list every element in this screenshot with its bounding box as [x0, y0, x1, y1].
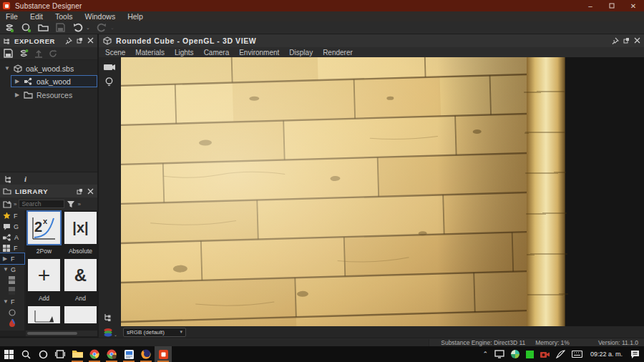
- library-item-absolute[interactable]: |x|: [64, 212, 97, 244]
- expand-left-chevrons[interactable]: »: [14, 201, 16, 207]
- tree-item-package[interactable]: ▼ oak_wood.sbs: [0, 62, 97, 74]
- color-management-icon[interactable]: ⌄: [103, 328, 117, 337]
- category-sub-material[interactable]: [0, 318, 24, 328]
- app-taskbar-icon[interactable]: [120, 346, 137, 362]
- light-bulb-icon[interactable]: [105, 77, 113, 88]
- start-button[interactable]: [0, 346, 17, 362]
- pin-icon[interactable]: [65, 37, 72, 44]
- redo-button[interactable]: [97, 22, 107, 33]
- menu-help[interactable]: Help: [127, 12, 143, 21]
- menu-renderer[interactable]: Renderer: [323, 49, 353, 57]
- close-icon[interactable]: [634, 37, 640, 44]
- expand-right-chevrons[interactable]: »: [77, 201, 80, 207]
- category-comments[interactable]: G: [0, 221, 24, 232]
- chevron-down-icon[interactable]: ▼: [4, 65, 10, 72]
- library-item-and[interactable]: &: [64, 259, 97, 291]
- chrome-taskbar-icon[interactable]: [86, 346, 103, 362]
- close-button[interactable]: ✕: [623, 0, 644, 11]
- category-sub-circle[interactable]: [0, 307, 24, 318]
- tray-keyboard-icon[interactable]: [572, 351, 582, 358]
- undo-dropdown-arrow[interactable]: ⌄: [86, 25, 90, 31]
- tray-green-square-icon[interactable]: [526, 351, 534, 358]
- new-package-button[interactable]: [21, 22, 31, 33]
- category-label: G: [14, 223, 19, 230]
- menu-windows[interactable]: Windows: [85, 12, 116, 21]
- undo-button[interactable]: [72, 22, 83, 33]
- open-folder-button[interactable]: [38, 22, 49, 33]
- add-glyph: +: [38, 263, 51, 288]
- category-sub-thumb2[interactable]: [0, 285, 24, 296]
- color-profile-dropdown[interactable]: sRGB (default) ▾: [123, 328, 186, 337]
- category-filters[interactable]: F: [0, 243, 24, 253]
- category-functions-selected[interactable]: ▶ F: [0, 253, 24, 264]
- chevron-right-icon[interactable]: ▶: [14, 92, 20, 98]
- library-item-add[interactable]: +: [28, 259, 60, 291]
- save-package-icon[interactable]: [4, 49, 13, 58]
- menu-file[interactable]: File: [6, 12, 18, 21]
- library-item-partial[interactable]: [64, 306, 97, 323]
- tray-display-icon[interactable]: [494, 350, 504, 358]
- library-item-2pow[interactable]: 2 x: [28, 212, 60, 244]
- menu-materials[interactable]: Materials: [135, 49, 165, 57]
- category-filters2[interactable]: ▼ F: [0, 296, 24, 307]
- tray-chevron-up-icon[interactable]: ⌃: [482, 351, 488, 358]
- graph-tree-tab-icon[interactable]: [4, 175, 13, 183]
- library-horizontal-scrollbar[interactable]: [26, 331, 97, 336]
- tree-item-resources[interactable]: ▶ Resources: [11, 89, 97, 101]
- view3d-title: Rounded Cube - OpenGL - 3D VIEW: [116, 36, 256, 45]
- action-center-icon[interactable]: [630, 350, 640, 358]
- category-label: A: [14, 234, 19, 241]
- pin-icon[interactable]: [612, 37, 619, 44]
- undock-icon[interactable]: [623, 37, 630, 44]
- filter-funnel-icon[interactable]: [67, 200, 75, 208]
- menu-edit[interactable]: Edit: [30, 12, 43, 21]
- viewport-3d-canvas[interactable]: [121, 57, 644, 326]
- menu-scene[interactable]: Scene: [105, 49, 125, 57]
- undock-icon[interactable]: [77, 188, 83, 195]
- cortana-icon[interactable]: [34, 346, 52, 362]
- firefox-taskbar-icon[interactable]: [137, 346, 155, 362]
- chrome-profile-taskbar-icon[interactable]: [103, 346, 120, 362]
- substance-designer-taskbar-icon[interactable]: [155, 346, 172, 362]
- tray-camera-icon[interactable]: [540, 351, 550, 358]
- menu-environment[interactable]: Environment: [239, 49, 279, 57]
- task-view-icon[interactable]: [52, 346, 69, 362]
- tree-item-graph-selected[interactable]: ▶ oak_wood: [11, 75, 97, 87]
- library-item-label: Add: [28, 295, 60, 302]
- search-input[interactable]: [19, 200, 64, 208]
- menu-display[interactable]: Display: [289, 49, 313, 57]
- undock-icon[interactable]: [77, 37, 83, 44]
- menu-camera[interactable]: Camera: [204, 49, 230, 57]
- redo-dropdown-arrow[interactable]: ⌄: [110, 25, 114, 31]
- new-library-folder-icon[interactable]: [3, 200, 11, 208]
- tray-pen-icon[interactable]: [556, 350, 565, 358]
- info-tab-icon[interactable]: i: [24, 175, 26, 183]
- chevron-right-icon[interactable]: ▶: [14, 78, 20, 84]
- taskbar-search-icon[interactable]: [17, 346, 34, 362]
- save-button[interactable]: [55, 22, 66, 33]
- category-label: F: [11, 298, 15, 305]
- scene-tree-icon[interactable]: [104, 313, 113, 322]
- category-atomic-nodes[interactable]: A: [0, 232, 24, 243]
- category-sub-thumb[interactable]: [0, 275, 24, 285]
- new-substance-button[interactable]: [4, 22, 14, 33]
- link-substance-icon[interactable]: [19, 49, 29, 59]
- view3d-menubar: Scene Materials Lights Camera Environmen…: [99, 47, 644, 57]
- close-icon[interactable]: [87, 188, 94, 195]
- chevron-right-icon: ▶: [3, 255, 8, 262]
- close-icon[interactable]: [87, 37, 94, 44]
- file-explorer-taskbar-icon[interactable]: [69, 346, 86, 362]
- menu-tools[interactable]: Tools: [55, 12, 73, 21]
- category-favorites[interactable]: F: [0, 210, 24, 221]
- tray-color-app-icon[interactable]: [511, 350, 519, 358]
- library-item-partial[interactable]: [28, 306, 60, 323]
- export-icon[interactable]: [34, 49, 43, 58]
- category-generators[interactable]: ▼ G: [0, 264, 24, 275]
- camera-display-icon[interactable]: [104, 63, 116, 72]
- menu-lights[interactable]: Lights: [175, 49, 194, 57]
- refresh-icon[interactable]: [49, 49, 57, 58]
- maximize-button[interactable]: [601, 0, 623, 11]
- circle-outline-icon: [9, 309, 16, 316]
- minimize-button[interactable]: –: [580, 0, 601, 11]
- taskbar-clock[interactable]: 09:22 a. m.: [590, 351, 623, 358]
